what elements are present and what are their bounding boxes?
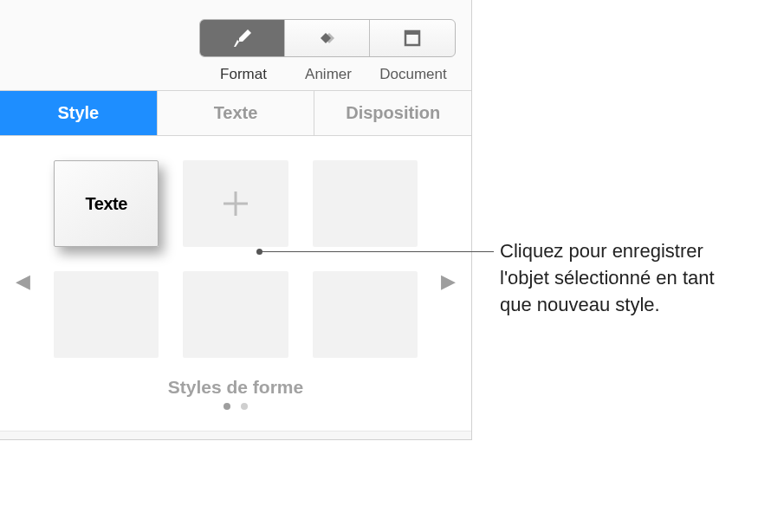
inspector-tabs: Style Texte Disposition xyxy=(0,90,471,136)
format-label: Format xyxy=(201,66,286,83)
styles-footer: Styles de forme xyxy=(17,377,454,422)
inspector-panel: Format Animer Document Style Texte Dispo… xyxy=(0,0,472,440)
animate-button[interactable] xyxy=(285,20,370,56)
toolbar-labels: Format Animer Document xyxy=(0,66,471,90)
callout-text: Cliquez pour enregistrer l'objet sélecti… xyxy=(500,238,742,318)
document-label: Document xyxy=(371,66,456,83)
styles-next-arrow[interactable]: ▶ xyxy=(441,270,456,293)
style-preview-text: Texte xyxy=(86,194,127,214)
add-style-button[interactable] xyxy=(183,160,288,247)
document-button[interactable] xyxy=(370,20,455,56)
style-preset-empty[interactable] xyxy=(183,271,288,358)
paintbrush-icon xyxy=(230,28,255,49)
styles-prev-arrow[interactable]: ◀ xyxy=(16,270,30,293)
page-dot[interactable] xyxy=(241,403,248,410)
styles-grid: Texte xyxy=(17,160,454,358)
style-preset-1[interactable]: Texte xyxy=(54,160,159,247)
page-indicator xyxy=(17,403,454,410)
toolbar-segment xyxy=(199,19,456,57)
page-dot-active[interactable] xyxy=(224,403,230,410)
svg-rect-1 xyxy=(405,31,419,35)
tab-layout[interactable]: Disposition xyxy=(314,91,471,135)
tab-text[interactable]: Texte xyxy=(158,91,315,135)
animate-label: Animer xyxy=(286,66,371,83)
shape-styles-area: ◀ ▶ Texte Styles de forme xyxy=(0,136,471,431)
format-button[interactable] xyxy=(200,20,285,56)
panel-divider xyxy=(0,431,471,439)
shape-styles-title: Styles de forme xyxy=(17,377,454,398)
callout-leader-line xyxy=(258,251,494,252)
diamond-icon xyxy=(315,28,340,49)
style-preset-empty[interactable] xyxy=(313,271,418,358)
document-icon xyxy=(400,28,424,49)
main-toolbar xyxy=(0,0,471,66)
style-preset-empty[interactable] xyxy=(313,160,418,247)
plus-icon xyxy=(220,188,251,219)
style-preset-empty[interactable] xyxy=(54,271,159,358)
tab-style[interactable]: Style xyxy=(0,91,158,135)
